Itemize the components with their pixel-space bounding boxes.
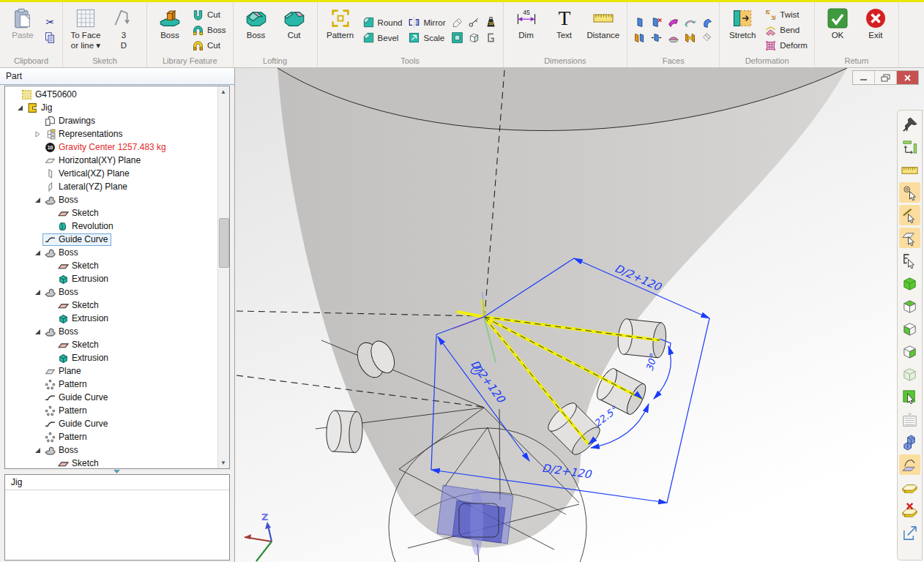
move-axes-button[interactable] <box>899 137 920 157</box>
tree-item-pattern[interactable]: Pattern <box>5 378 217 391</box>
feature-tree[interactable]: G4T50600JigDrawingsRepresentations10Grav… <box>4 86 230 469</box>
sketch-3d-button[interactable]: 3D <box>105 7 142 53</box>
library-cut-button[interactable]: Cut <box>190 7 228 22</box>
tree-item-drawings[interactable]: Drawings <box>5 114 217 127</box>
scroll-up-icon[interactable]: ▲ <box>218 86 228 97</box>
tree-item-lateral-yz-plane[interactable]: Lateral(YZ) Plane <box>5 180 217 193</box>
collapse-icon[interactable] <box>33 248 42 258</box>
bend-face-button[interactable] <box>682 15 698 30</box>
text-button[interactable]: TText <box>546 7 583 53</box>
dome-face-button[interactable] <box>666 31 681 45</box>
select-surface-button[interactable] <box>899 386 920 407</box>
stretch-button[interactable]: Stretch <box>724 7 761 53</box>
minimize-button[interactable] <box>853 71 875 84</box>
delete-face-button[interactable] <box>649 15 664 30</box>
erase-face-button[interactable] <box>699 31 715 45</box>
tree-item-revolution[interactable]: Revolution <box>5 220 217 233</box>
scale-button[interactable]: Scale <box>406 31 447 45</box>
tree-item-boss[interactable]: Boss <box>5 443 217 457</box>
translate-face-button[interactable] <box>649 31 664 45</box>
export-view-button[interactable] <box>899 522 920 543</box>
mirror-button[interactable]: Mirror <box>406 15 447 30</box>
swing-face-button[interactable] <box>699 15 715 30</box>
panel-splitter[interactable] <box>4 468 228 474</box>
viewport-3d[interactable]: D/2+120 D/2+120 D/2+120 30° 22.5° Z <box>235 68 924 562</box>
distance-button[interactable]: Distance <box>584 7 623 53</box>
twist-button[interactable]: Twist <box>762 7 810 22</box>
delete-slab-button[interactable] <box>899 500 920 520</box>
scrollbar-thumb[interactable] <box>219 218 229 268</box>
library-boss-button[interactable]: Boss <box>152 7 188 53</box>
collapse-icon[interactable] <box>33 288 42 297</box>
frame-faces-button[interactable] <box>682 31 698 45</box>
bevel-button[interactable]: Bevel <box>360 31 405 45</box>
view-shaded-button[interactable] <box>899 364 920 384</box>
dim-button[interactable]: 45Dim <box>508 7 545 53</box>
tree-item-boss[interactable]: Boss <box>5 193 217 206</box>
close-button[interactable] <box>897 71 918 84</box>
tree-item-guide-curve[interactable]: Guide Curve <box>5 391 217 404</box>
twist-face-button[interactable] <box>666 15 681 30</box>
scroll-down-icon[interactable]: ▼ <box>218 457 228 468</box>
solid-cube-button[interactable] <box>466 31 482 45</box>
library-boss-arch-button[interactable]: Boss <box>190 23 228 37</box>
tree-item-guide-curve[interactable]: Guide Curve <box>5 417 217 430</box>
copy-button[interactable] <box>42 31 58 45</box>
slab-tool-button[interactable] <box>899 477 920 498</box>
list-menu-button[interactable] <box>899 409 920 430</box>
cut-clipboard-button[interactable]: ✂ <box>42 15 58 30</box>
to-face-or-line-button[interactable]: To Faceor line ▾ <box>67 7 104 53</box>
view-solid-button[interactable] <box>899 273 920 293</box>
tree-item-vertical-xz-plane[interactable]: Vertical(XZ) Plane <box>5 167 217 180</box>
scene-3d[interactable]: D/2+120 D/2+120 D/2+120 30° 22.5° Z <box>235 68 924 562</box>
collapse-icon[interactable] <box>15 103 25 113</box>
tree-item-horizontal-xy-plane[interactable]: Horizontal(XY) Plane <box>5 154 217 167</box>
collapse-icon[interactable] <box>33 195 42 205</box>
tree-item-pattern[interactable]: Pattern <box>5 404 217 417</box>
tree-item-sketch[interactable]: Sketch <box>5 338 217 351</box>
weight-button[interactable]: 10 <box>483 15 499 30</box>
tree-item-sketch[interactable]: Sketch <box>5 206 217 220</box>
loft-cut-button[interactable]: Cut <box>276 7 313 53</box>
tree-item-sketch[interactable]: Sketch <box>5 259 217 272</box>
tree-item-boss[interactable]: Boss <box>5 285 217 299</box>
profile-button[interactable] <box>483 31 499 45</box>
tree-item-plane[interactable]: Plane <box>5 364 217 378</box>
tree-item-gravity-center-1257-483-kg[interactable]: 10Gravity Center 1257.483 kg <box>5 140 217 154</box>
offset-faces-button[interactable] <box>632 31 647 45</box>
measure-button[interactable] <box>466 15 482 30</box>
tree-scrollbar[interactable]: ▲ ▼ <box>217 86 229 468</box>
curve-on-plane-button[interactable] <box>899 454 920 475</box>
view-top-face-button[interactable] <box>899 296 920 316</box>
tree-item-sketch[interactable]: Sketch <box>5 457 217 469</box>
select-face-button[interactable] <box>899 228 920 248</box>
move-face-button[interactable] <box>632 15 647 30</box>
tree-item-boss[interactable]: Boss <box>5 325 217 338</box>
tree-item-representations[interactable]: Representations <box>5 127 217 140</box>
tree-item-g4t50600[interactable]: G4T50600 <box>5 88 217 101</box>
tree-item-jig[interactable]: Jig <box>5 101 217 114</box>
collapse-icon[interactable] <box>33 327 42 337</box>
eraser-button[interactable] <box>450 15 465 30</box>
tree-item-sketch[interactable]: Sketch <box>5 299 217 312</box>
tree-item-guide-curve[interactable]: Guide Curve <box>5 233 217 246</box>
tree-item-extrusion[interactable]: Extrusion <box>5 312 217 325</box>
ok-button[interactable]: OK <box>819 7 856 53</box>
ruler-button[interactable] <box>899 160 920 180</box>
view-left-face-button[interactable] <box>899 318 920 339</box>
tree-item-boss[interactable]: Boss <box>5 246 217 259</box>
exit-button[interactable]: Exit <box>857 7 894 53</box>
select-point-button[interactable] <box>899 182 920 203</box>
extrude-tool-button[interactable] <box>899 432 920 452</box>
tree-item-pattern[interactable]: Pattern <box>5 430 217 443</box>
pin-toolbar-button[interactable] <box>899 114 920 135</box>
expand-icon[interactable] <box>33 130 42 139</box>
round-button[interactable]: Round <box>360 15 405 30</box>
select-edge-button[interactable] <box>899 205 920 225</box>
tree-item-extrusion[interactable]: Extrusion <box>5 351 217 364</box>
pattern-button[interactable]: Pattern <box>322 7 359 53</box>
restore-button[interactable] <box>875 71 897 84</box>
view-right-face-button[interactable] <box>899 341 920 361</box>
frame-button[interactable] <box>450 31 465 45</box>
paste-button[interactable]: Paste <box>4 7 41 53</box>
